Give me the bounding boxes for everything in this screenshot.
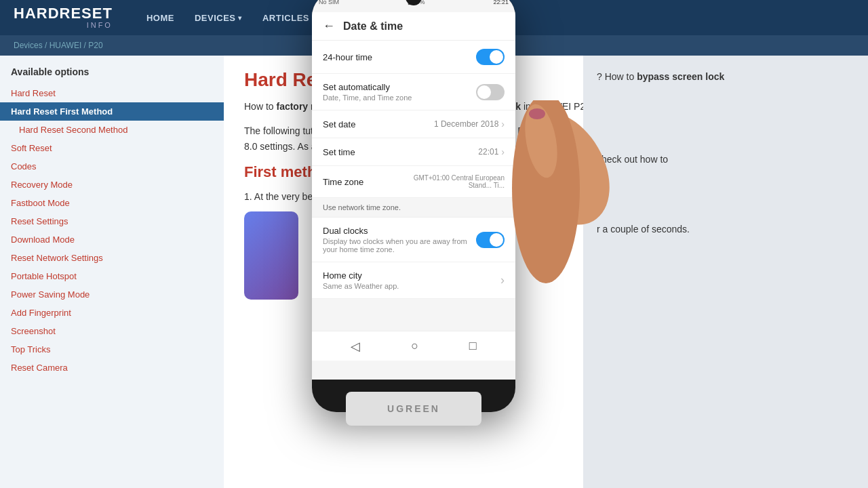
breadcrumb-huawei[interactable]: HUAWEI bbox=[50, 41, 82, 50]
phone-stand: UGREEN bbox=[346, 392, 481, 426]
phone-bottom-bar: ◁ ○ □ bbox=[312, 331, 515, 361]
sidebar-item-reset-camera[interactable]: Reset Camera bbox=[0, 359, 224, 377]
sidebar-item-codes[interactable]: Codes bbox=[0, 157, 224, 176]
phone-back-button[interactable]: ◁ bbox=[351, 339, 360, 354]
setting-dual-clocks-label-wrap: Dual clocks Display two clocks when you … bbox=[323, 226, 476, 253]
note-row: Use network time zone. bbox=[312, 198, 515, 218]
setting-row-home-city[interactable]: Home city Same as Weather app. › bbox=[312, 262, 515, 299]
setting-home-city-label-wrap: Home city Same as Weather app. bbox=[323, 270, 399, 290]
right-panel-check: check out how to bbox=[597, 152, 854, 167]
sidebar-item-screenshot[interactable]: Screenshot bbox=[0, 322, 224, 340]
nav-articles[interactable]: ARTICLES bbox=[256, 10, 316, 26]
logo-info: INFO bbox=[14, 21, 113, 29]
logo-hard: HARDRESET bbox=[14, 6, 113, 21]
sidebar-item-top-tricks[interactable]: Top Tricks bbox=[0, 340, 224, 359]
phone-screen: ← Date & time 24-hour time Set automatic… bbox=[312, 12, 515, 380]
sidebar-item-hard-reset[interactable]: Hard Reset bbox=[0, 84, 224, 102]
setting-row-24hour[interactable]: 24-hour time bbox=[312, 41, 515, 74]
phone-frame: No SIM ▮ 56% 22:21 ← Date & time 24-hour… bbox=[312, 0, 515, 412]
setting-date-value: 1 December 2018 › bbox=[434, 119, 505, 129]
breadcrumb-devices[interactable]: Devices bbox=[14, 41, 43, 50]
sidebar-item-recovery[interactable]: Recovery Mode bbox=[0, 176, 224, 194]
settings-list: 24-hour time Set automatically Date, Tim… bbox=[312, 41, 515, 198]
toggle-dual-clocks[interactable] bbox=[476, 232, 505, 248]
setting-timezone-value: GMT+01:00 Central European Stand... Ti..… bbox=[396, 174, 505, 189]
sidebar-item-power-saving[interactable]: Power Saving Mode bbox=[0, 285, 224, 304]
sidebar-item-reset-settings[interactable]: Reset Settings bbox=[0, 212, 224, 230]
sidebar-item-hotspot[interactable]: Portable Hotspot bbox=[0, 267, 224, 285]
phone-overlay: No SIM ▮ 56% 22:21 ← Date & time 24-hour… bbox=[312, 0, 515, 426]
chevron-time-icon: › bbox=[501, 146, 505, 157]
setting-row-dual-clocks[interactable]: Dual clocks Display two clocks when you … bbox=[312, 218, 515, 262]
sidebar-item-fingerprint[interactable]: Add Fingerprint bbox=[0, 304, 224, 322]
setting-row-date[interactable]: Set date 1 December 2018 › bbox=[312, 110, 515, 138]
sidebar-item-second-method[interactable]: Hard Reset Second Method bbox=[0, 121, 224, 139]
setting-row-time[interactable]: Set time 22:01 › bbox=[312, 138, 515, 166]
sidebar-item-fastboot[interactable]: Fastboot Mode bbox=[0, 194, 224, 212]
phone-thumbnail bbox=[244, 211, 298, 300]
dt-header: ← Date & time bbox=[312, 12, 515, 41]
back-arrow-icon[interactable]: ← bbox=[323, 19, 335, 33]
phone-home-button[interactable]: ○ bbox=[411, 339, 418, 353]
sidebar-title: Available options bbox=[0, 66, 224, 84]
settings-list-2: Dual clocks Display two clocks when you … bbox=[312, 218, 515, 299]
nav-devices[interactable]: DEVICES bbox=[188, 10, 249, 26]
setting-timezone-label-wrap: Time zone bbox=[323, 177, 363, 187]
right-panel-couple: r a couple of seconds. bbox=[597, 222, 854, 237]
stand-label: UGREEN bbox=[387, 403, 440, 414]
breadcrumb-p20[interactable]: P20 bbox=[88, 41, 102, 50]
setting-time-value: 22:01 › bbox=[478, 146, 505, 157]
setting-auto-label: Set automatically Date, Time, and Time z… bbox=[323, 82, 412, 102]
sidebar-item-first-method[interactable]: Hard Reset First Method bbox=[0, 102, 224, 121]
sidebar-item-reset-network[interactable]: Reset Network Settings bbox=[0, 249, 224, 267]
setting-row-timezone[interactable]: Time zone GMT+01:00 Central European Sta… bbox=[312, 166, 515, 198]
right-panel-text: ? How to bypass screen lock bbox=[597, 69, 854, 84]
setting-24hour-label: 24-hour time bbox=[323, 52, 372, 62]
toggle-24hour[interactable] bbox=[476, 49, 505, 65]
phone-recents-button[interactable]: □ bbox=[469, 339, 477, 353]
breadcrumb: Devices / HUAWEI / P20 bbox=[14, 41, 103, 50]
chevron-date-icon: › bbox=[501, 119, 505, 129]
setting-row-auto[interactable]: Set automatically Date, Time, and Time z… bbox=[312, 74, 515, 110]
nav-home[interactable]: HOME bbox=[140, 10, 181, 26]
status-sim: No SIM bbox=[319, 0, 339, 5]
chevron-home-city-icon: › bbox=[500, 273, 505, 287]
dt-screen-title: Date & time bbox=[343, 20, 403, 33]
toggle-auto[interactable] bbox=[476, 84, 505, 100]
sidebar: Available options Hard Reset Hard Reset … bbox=[0, 56, 224, 488]
sidebar-item-soft-reset[interactable]: Soft Reset bbox=[0, 139, 224, 157]
right-panel: ? How to bypass screen lock check out ho… bbox=[583, 56, 868, 488]
sidebar-item-download-mode[interactable]: Download Mode bbox=[0, 230, 224, 249]
logo[interactable]: HARDRESET INFO bbox=[14, 6, 113, 29]
status-time: 22:21 bbox=[493, 0, 509, 5]
